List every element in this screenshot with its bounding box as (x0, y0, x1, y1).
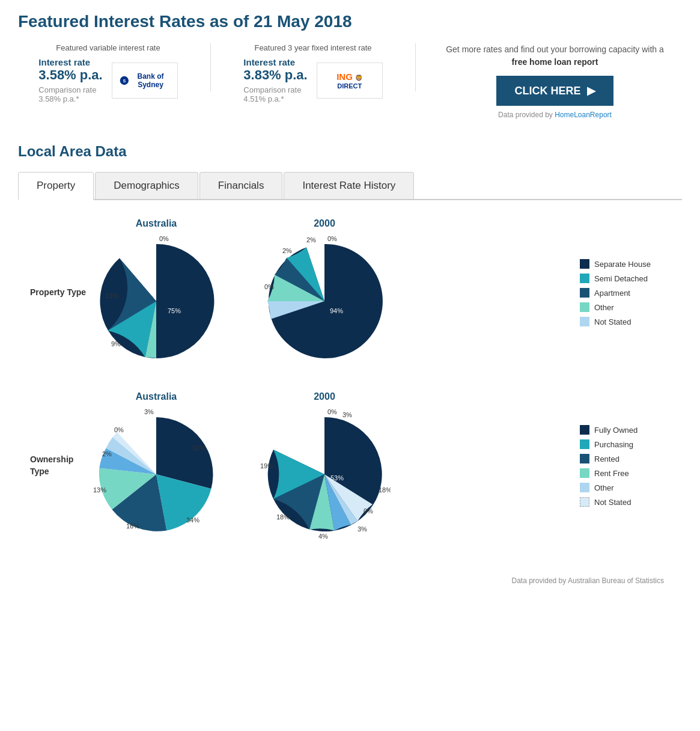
legend-color-apartment (580, 288, 589, 298)
legend-apartment: Apartment (580, 288, 670, 298)
ownership-australia-chart: Australia (90, 391, 222, 540)
arrow-icon: ▶ (587, 84, 595, 97)
svg-text:75%: 75% (168, 307, 181, 314)
legend-not-stated-property: Not Stated (580, 317, 670, 326)
legend-rented: Rented (580, 454, 670, 463)
cta-text: Get more rates and find out your borrowi… (446, 43, 664, 69)
legend-semi-detached: Semi Detached (580, 274, 670, 283)
charts-section: Property Type Australia (18, 218, 682, 540)
ownership-type-legend: Fully Owned Purchasing Rented Rent Free … (580, 425, 670, 507)
legend-label-apartment: Apartment (594, 289, 630, 298)
property-type-2000-title: 2000 (314, 218, 335, 229)
data-credit-homeloan: Data provided by HomeLoanReport (446, 111, 664, 119)
legend-label-separate-house: Separate House (594, 260, 651, 269)
legend-other-ownership: Other (580, 483, 670, 492)
click-here-button[interactable]: CLICK HERE ▶ (496, 76, 613, 106)
svg-text:0%: 0% (364, 507, 373, 515)
fixed-rate-value: 3.83% p.a. (243, 67, 307, 83)
property-type-charts: Australia 75% 13% 9% 0% (90, 218, 562, 367)
fixed-rate-label: Featured 3 year fixed interest rate (254, 43, 371, 52)
svg-text:4%: 4% (318, 533, 328, 540)
tab-financials[interactable]: Financials (199, 172, 283, 199)
bank-sydney-logo: S Bank of Sydney (112, 63, 178, 99)
svg-text:9%: 9% (111, 340, 121, 347)
tabs-container: Property Demographics Financials Interes… (18, 172, 682, 200)
header-section: Featured Interest Rates as of 21 May 201… (0, 0, 700, 125)
legend-color-separate-house (580, 259, 589, 269)
legend-label-other-ownership: Other (594, 483, 614, 492)
divider-1 (210, 43, 211, 91)
legend-label-rented: Rented (594, 454, 619, 463)
legend-label-other-property: Other (594, 303, 614, 312)
ownership-type-row: Ownership Type Australia (30, 391, 670, 540)
legend-other-property: Other (580, 302, 670, 312)
svg-text:13%: 13% (105, 292, 118, 299)
legend-separate-house: Separate House (580, 259, 670, 269)
tab-interest-rate-history[interactable]: Interest Rate History (284, 172, 414, 199)
legend-color-not-stated-property (580, 317, 589, 326)
variable-rate-box: Featured variable interest rate Interest… (24, 43, 192, 103)
property-type-label: Property Type (30, 287, 90, 299)
legend-color-semi-detached (580, 274, 589, 283)
legend-label-rent-free: Rent Free (594, 469, 629, 478)
property-type-legend: Separate House Semi Detached Apartment O… (580, 259, 670, 326)
ownership-australia-title: Australia (136, 391, 177, 402)
legend-fully-owned: Fully Owned (580, 425, 670, 435)
ownership-type-charts: Australia (90, 391, 562, 540)
ing-direct-logo: ING 🦁 DIRECT (317, 63, 383, 99)
legend-label-semi-detached: Semi Detached (594, 274, 648, 283)
svg-text:2%: 2% (102, 450, 112, 457)
legend-color-rented (580, 454, 589, 463)
svg-text:3%: 3% (144, 408, 154, 415)
svg-text:3%: 3% (342, 411, 352, 418)
svg-text:18%: 18% (276, 513, 290, 521)
ownership-type-label: Ownership Type (30, 454, 90, 477)
legend-label-fully-owned: Fully Owned (594, 426, 638, 435)
legend-rent-free: Rent Free (580, 468, 670, 478)
property-type-australia-chart: Australia 75% 13% 9% 0% (90, 218, 222, 367)
svg-text:13%: 13% (93, 486, 106, 494)
svg-text:2%: 2% (306, 236, 316, 243)
legend-label-not-stated-property: Not Stated (594, 317, 631, 326)
legend-not-stated-ownership: Not Stated (580, 497, 670, 507)
legend-color-other-property (580, 302, 589, 312)
property-type-2000-chart: 2000 94% 2% (258, 218, 391, 367)
local-area-title: Local Area Data (18, 143, 682, 160)
svg-text:53%: 53% (330, 474, 344, 482)
variable-rate-label: Featured variable interest rate (56, 43, 160, 52)
variable-comparison: Comparison rate 3.58% p.a.* (38, 85, 102, 103)
legend-label-not-stated-ownership: Not Stated (594, 498, 631, 507)
svg-text:0%: 0% (114, 426, 124, 433)
svg-text:32%: 32% (192, 444, 205, 451)
cta-box: Get more rates and find out your borrowi… (434, 43, 676, 119)
ownership-2000-chart: 2000 (258, 391, 391, 540)
rates-container: Featured variable interest rate Interest… (18, 43, 682, 119)
legend-label-purchasing: Purchasing (594, 440, 633, 449)
page-title: Featured Interest Rates as of 21 May 201… (18, 12, 682, 31)
property-type-row: Property Type Australia (30, 218, 670, 367)
legend-color-fully-owned (580, 425, 589, 435)
svg-text:0%: 0% (327, 235, 337, 242)
property-type-australia-title: Australia (136, 218, 177, 229)
svg-text:0%: 0% (327, 408, 337, 415)
divider-2 (415, 43, 416, 91)
fixed-rate-box: Featured 3 year fixed interest rate Inte… (229, 43, 397, 103)
footer-credit: Data provided by Australian Bureau of St… (18, 564, 682, 597)
svg-text:0%: 0% (159, 235, 169, 242)
legend-color-not-stated-ownership (580, 497, 589, 507)
homeloan-report-link[interactable]: HomeLoanReport (555, 111, 612, 119)
legend-color-rent-free (580, 468, 589, 478)
local-area-section: Local Area Data Property Demographics Fi… (0, 125, 700, 603)
svg-text:16%: 16% (126, 522, 139, 530)
svg-text:34%: 34% (186, 516, 199, 524)
legend-purchasing: Purchasing (580, 439, 670, 449)
variable-rate-title: Interest rate (38, 57, 102, 67)
svg-text:19%: 19% (260, 462, 273, 469)
svg-text:94%: 94% (330, 307, 343, 314)
svg-text:18%: 18% (379, 486, 391, 494)
legend-color-purchasing (580, 439, 589, 449)
svg-text:2%: 2% (282, 247, 292, 254)
ownership-2000-title: 2000 (314, 391, 335, 402)
tab-demographics[interactable]: Demographics (95, 172, 198, 199)
tab-property[interactable]: Property (18, 172, 94, 200)
